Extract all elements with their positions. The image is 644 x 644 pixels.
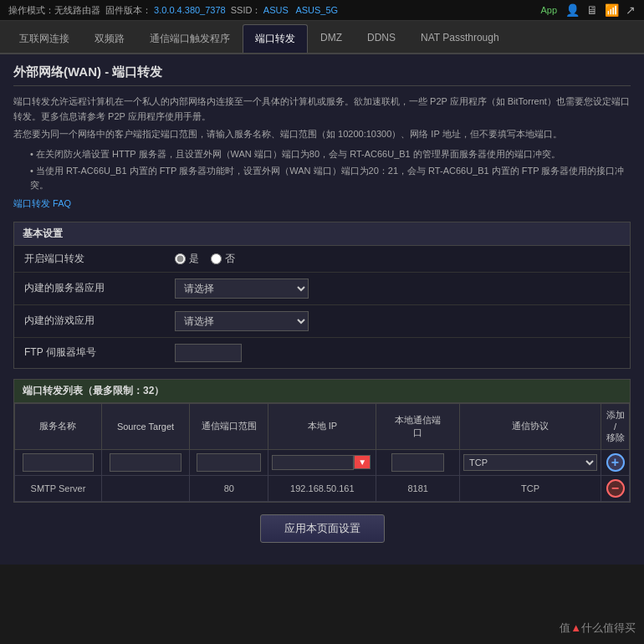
- basic-settings-header: 基本设置: [14, 222, 630, 246]
- description: 端口转发允许远程计算机在一个私人的内部网络内连接至一个具体的计算机或服务。欲加速…: [13, 95, 631, 212]
- apply-button[interactable]: 应用本页面设置: [260, 514, 385, 543]
- col-protocol: 通信协议: [460, 403, 601, 449]
- top-bar: 操作模式：无线路由器 固件版本： 3.0.0.4.380_7378 SSID： …: [0, 0, 644, 21]
- enable-yes-label[interactable]: 是: [175, 252, 199, 266]
- firmware-label: 固件版本： 3.0.0.4.380_7378: [105, 4, 226, 17]
- new-protocol-select[interactable]: TCP UDP TCP+UDP: [463, 454, 597, 471]
- local-port-value: 8181: [407, 483, 427, 493]
- ip-dropdown-btn[interactable]: ▼: [354, 455, 371, 469]
- basic-settings-section: 基本设置 开启端口转发 是 否: [13, 222, 631, 369]
- nav-tabs: 互联网连接 双频路 通信端口触发程序 端口转发 DMZ DDNS NAT Pas…: [0, 21, 644, 54]
- add-button[interactable]: +: [606, 453, 625, 472]
- enable-row: 开启端口转发 是 否: [14, 246, 630, 273]
- mode-label: 操作模式：无线路由器: [8, 4, 100, 17]
- local-ip-value: 192.168.50.161: [290, 483, 354, 493]
- ip-input-wrap: ▼: [272, 455, 372, 470]
- app-label: App: [540, 5, 557, 15]
- new-add-cell: +: [601, 449, 630, 475]
- new-service-name-cell: [15, 449, 102, 475]
- remove-cell: −: [601, 475, 630, 501]
- new-local-port-cell: [376, 449, 460, 475]
- enable-radio-group: 是 否: [175, 252, 620, 266]
- bullet-2: 当使用 RT-AC66U_B1 内置的 FTP 服务器功能时，设置外网（WAN …: [23, 164, 631, 192]
- enable-no-radio[interactable]: [211, 253, 222, 264]
- top-bar-icons: 👤 🖥 📶 ↗: [565, 3, 636, 17]
- desc-p1: 端口转发允许远程计算机在一个私人的内部网络内连接至一个具体的计算机或服务。欲加速…: [13, 95, 631, 124]
- tab-nat-passthrough[interactable]: NAT Passthrough: [408, 24, 512, 53]
- tab-port-trigger[interactable]: 通信端口触发程序: [137, 24, 243, 53]
- builtin-game-label: 内建的游戏应用: [14, 304, 165, 337]
- watermark: 值▲什么值得买: [560, 621, 636, 636]
- ssid-5g-link[interactable]: ASUS_5G: [295, 5, 338, 15]
- new-source-target-input[interactable]: [110, 453, 182, 472]
- col-add-remove: 添加 /移除: [601, 403, 630, 449]
- builtin-game-select[interactable]: 请选择: [175, 311, 309, 331]
- bullet-list: 在关闭防火墙设置 HTTP 服务器，且设置外网（WAN 端口）端口为80，会与 …: [23, 147, 631, 192]
- new-local-ip-input[interactable]: [272, 455, 354, 470]
- new-local-port-input[interactable]: [391, 453, 445, 472]
- ftp-port-input[interactable]: 2021: [175, 344, 242, 362]
- builtin-service-label: 内建的服务器应用: [14, 272, 165, 304]
- person-icon[interactable]: 👤: [565, 3, 580, 17]
- tab-port-forward[interactable]: 端口转发: [243, 24, 308, 53]
- table-header-row: 服务名称 Source Target 通信端口范围 本地 IP 本地通信端口 通…: [15, 403, 630, 449]
- faq-link[interactable]: 端口转发 FAQ: [13, 198, 71, 208]
- page-title: 外部网络(WAN) - 端口转发: [13, 64, 631, 86]
- tab-ddns[interactable]: DDNS: [355, 24, 408, 53]
- top-bar-right: App 👤 🖥 📶 ↗: [540, 3, 636, 17]
- monitor-icon[interactable]: 🖥: [586, 3, 598, 17]
- bullet-1: 在关闭防火墙设置 HTTP 服务器，且设置外网（WAN 端口）端口为80，会与 …: [23, 147, 631, 161]
- wifi-icon[interactable]: 📶: [605, 3, 619, 17]
- port-range-cell: 80: [190, 475, 268, 501]
- col-port-range: 通信端口范围: [190, 403, 268, 449]
- local-ip-cell: 192.168.50.161: [268, 475, 376, 501]
- new-port-range-cell: [190, 449, 268, 475]
- ssid-label: SSID： ASUS ASUS_5G: [231, 4, 338, 17]
- service-name-value: SMTP Server: [31, 483, 86, 493]
- enable-no-label[interactable]: 否: [211, 252, 235, 266]
- port-range-value: 80: [224, 483, 234, 493]
- col-service-name: 服务名称: [15, 403, 102, 449]
- local-port-cell: 8181: [376, 475, 460, 501]
- port-forward-header: 端口转发列表（最多限制：32）: [14, 380, 630, 403]
- enable-yes-radio[interactable]: [175, 253, 186, 264]
- protocol-value: TCP: [521, 483, 539, 493]
- new-source-target-cell: [101, 449, 189, 475]
- col-local-ip: 本地 IP: [268, 403, 376, 449]
- top-bar-left: 操作模式：无线路由器 固件版本： 3.0.0.4.380_7378 SSID： …: [8, 4, 338, 17]
- main-content: 外部网络(WAN) - 端口转发 端口转发允许远程计算机在一个私人的内部网络内连…: [0, 54, 644, 565]
- port-forward-table: 服务名称 Source Target 通信端口范围 本地 IP 本地通信端口 通…: [14, 403, 630, 502]
- table-row: SMTP Server 80 192.168.50.161 8181: [15, 475, 630, 501]
- protocol-cell: TCP: [460, 475, 601, 501]
- ssid-main-link[interactable]: ASUS: [263, 5, 289, 15]
- apply-bar: 应用本页面设置: [13, 503, 631, 555]
- new-local-ip-cell: ▼: [268, 449, 376, 475]
- enable-label: 开启端口转发: [14, 246, 165, 273]
- new-port-range-input[interactable]: [197, 453, 261, 472]
- share-icon[interactable]: ↗: [626, 3, 636, 17]
- col-source-target: Source Target: [101, 403, 189, 449]
- desc-p2: 若您要为同一个网络中的客户端指定端口范围，请输入服务名称、端口范围（如 1020…: [13, 127, 631, 142]
- ftp-port-row: FTP 伺服器埠号 2021: [14, 337, 630, 368]
- builtin-service-select[interactable]: 请选择: [175, 279, 309, 299]
- tab-dmz[interactable]: DMZ: [308, 24, 355, 53]
- col-local-port: 本地通信端口: [376, 403, 460, 449]
- tab-dual-band[interactable]: 双频路: [82, 24, 137, 53]
- new-protocol-cell: TCP UDP TCP+UDP: [460, 449, 601, 475]
- ftp-port-label: FTP 伺服器埠号: [14, 337, 165, 368]
- builtin-game-row: 内建的游戏应用 请选择: [14, 304, 630, 337]
- service-name-cell: SMTP Server: [15, 475, 102, 501]
- new-entry-row: ▼ TCP UDP TCP+UDP: [15, 449, 630, 475]
- port-forward-section: 端口转发列表（最多限制：32） 服务名称 Source Target 通信端口范…: [13, 379, 631, 503]
- basic-settings-table: 开启端口转发 是 否 内建的服务器应用: [14, 246, 630, 368]
- builtin-service-row: 内建的服务器应用 请选择: [14, 272, 630, 304]
- firmware-version-link[interactable]: 3.0.0.4.380_7378: [154, 5, 226, 15]
- remove-button[interactable]: −: [606, 479, 625, 498]
- source-target-cell: [101, 475, 189, 501]
- tab-internet-connection[interactable]: 互联网连接: [7, 24, 82, 53]
- new-service-name-input[interactable]: [23, 453, 94, 472]
